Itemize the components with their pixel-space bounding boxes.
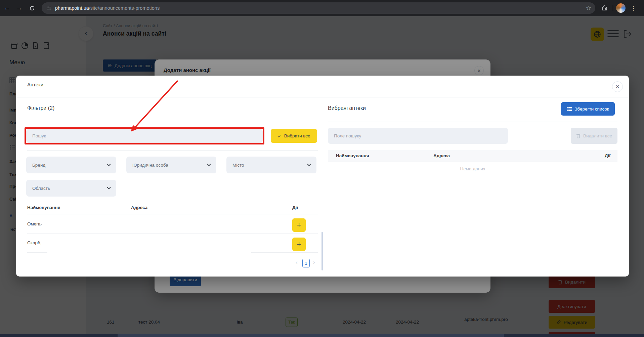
chevron-down-icon (207, 164, 211, 166)
empty-state-text: Нема даних (328, 166, 617, 171)
browser-forward-button[interactable]: → (13, 0, 25, 16)
bookmark-star-icon[interactable]: ☆ (586, 4, 591, 12)
close-icon: ✕ (615, 84, 619, 89)
column-header-name: Найменування (336, 153, 369, 158)
horizontal-scrollbar[interactable] (0, 334, 644, 337)
browser-reload-button[interactable] (26, 0, 38, 16)
column-header-address: Адреса (433, 153, 450, 158)
profile-avatar[interactable] (616, 3, 626, 13)
chevron-right-icon: › (313, 259, 315, 265)
select-all-button[interactable]: ✓Вибрати все (271, 129, 317, 143)
pagination-page-1[interactable]: 1 (302, 259, 310, 267)
url-text: pharmapoint.ua/site/announcements-promot… (55, 5, 160, 11)
selected-table-header (328, 150, 617, 162)
chevron-down-icon (107, 164, 111, 166)
column-header-actions: Дії (292, 205, 298, 210)
extensions-button[interactable] (599, 0, 610, 16)
brand-dropdown[interactable]: Бренд (26, 157, 116, 173)
chevron-down-icon (307, 164, 311, 166)
toolbar-divider (613, 5, 613, 11)
reload-icon (29, 5, 35, 11)
save-list-label: Зберегти список (574, 107, 609, 112)
pharmacies-modal: Аптеки ✕ Фільтри (2) ✓Вибрати все Бренд … (16, 76, 629, 277)
legal-entity-dropdown[interactable]: Юридична особа (126, 157, 216, 173)
pharmacy-search-input[interactable] (26, 129, 263, 143)
legal-entity-dropdown-label: Юридична особа (132, 163, 168, 168)
region-dropdown[interactable]: Область (26, 180, 116, 197)
delete-all-label: Видалити все (583, 133, 612, 138)
region-dropdown-label: Область (32, 186, 50, 191)
select-all-label: Вибрати все (284, 133, 310, 138)
modal2-title: Аптеки (27, 82, 43, 87)
browser-toolbar: ← → pharmapoint.ua/site/announcements-pr… (0, 0, 644, 16)
column-header-address: Адреса (131, 205, 147, 210)
brand-dropdown-label: Бренд (32, 163, 45, 168)
screen: ← → pharmapoint.ua/site/announcements-pr… (0, 0, 644, 337)
chevron-left-icon: ‹ (296, 259, 298, 265)
add-pharmacy-button[interactable]: + (292, 238, 306, 251)
extensions-icon (601, 5, 607, 11)
forward-icon: → (16, 4, 23, 12)
address-bar[interactable]: pharmapoint.ua/site/announcements-promot… (42, 2, 595, 14)
pagination-prev[interactable]: ‹ (296, 259, 298, 266)
url-domain: pharmapoint.ua (55, 5, 89, 11)
list-icon (567, 107, 572, 111)
selected-search-input[interactable] (328, 128, 508, 144)
modal2-close-button[interactable]: ✕ (612, 81, 623, 92)
pharmacy-row-name: Скарб, (27, 240, 41, 245)
url-path: /site/announcements-promotions (89, 5, 160, 11)
city-dropdown-label: Місто (232, 163, 244, 168)
kebab-menu-icon: ⋮ (631, 5, 636, 12)
pharmacy-row-name: Омега- (27, 221, 42, 226)
delete-all-button[interactable]: Видалити все (571, 128, 617, 144)
browser-back-button[interactable]: ← (1, 0, 13, 16)
column-header-name: Найменування (27, 205, 60, 210)
filters-title: Фільтри (2) (27, 105, 54, 111)
pagination-next[interactable]: › (313, 259, 315, 266)
site-settings-icon[interactable] (46, 5, 52, 11)
column-header-actions: Дії (605, 153, 610, 158)
chevron-down-icon (107, 187, 111, 189)
city-dropdown[interactable]: Місто (226, 157, 316, 173)
check-icon: ✓ (277, 133, 281, 139)
scrollbar-thumb[interactable] (118, 334, 504, 337)
table-scrollbar[interactable] (321, 232, 323, 270)
add-pharmacy-button[interactable]: + (292, 218, 306, 232)
selected-title: Вибрані аптеки (328, 105, 366, 111)
trash-icon (576, 133, 581, 138)
browser-menu-button[interactable]: ⋮ (628, 0, 639, 16)
back-icon: ← (4, 4, 10, 12)
save-list-button[interactable]: Зберегти список (561, 102, 615, 116)
